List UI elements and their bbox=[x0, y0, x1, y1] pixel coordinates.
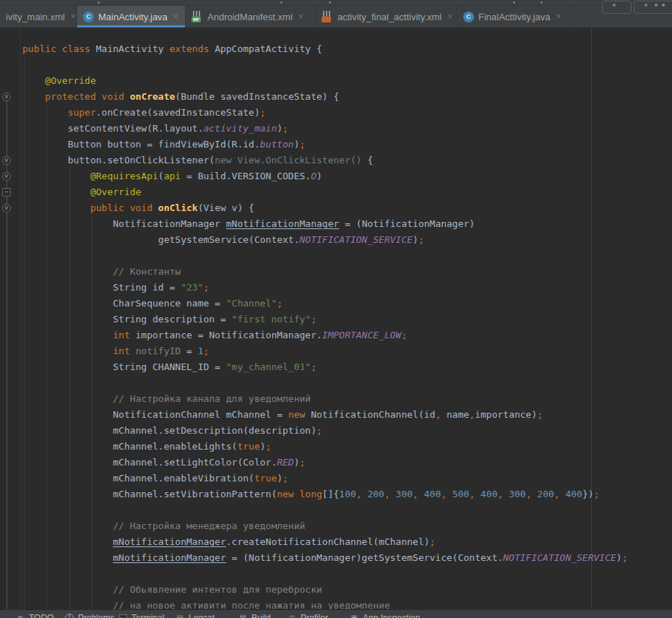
code-token: ) bbox=[294, 139, 300, 150]
toolbar-icon-dot bbox=[280, 1, 283, 4]
fold-arrow-icon[interactable]: ∨ bbox=[2, 204, 11, 213]
code-line[interactable]: mChannel.setDescription(description); bbox=[0, 423, 672, 439]
code-token: , bbox=[554, 489, 560, 499]
statusbar-item-build[interactable]: ⚒Build bbox=[238, 613, 271, 618]
code-line[interactable]: // Константы bbox=[0, 264, 672, 280]
close-icon[interactable]: × bbox=[71, 12, 76, 22]
statusbar-item-label: TODO bbox=[29, 613, 53, 618]
close-icon[interactable]: × bbox=[556, 12, 561, 22]
code-token bbox=[503, 489, 509, 499]
code-token: mNotificationManager bbox=[113, 552, 226, 563]
code-token: 500 bbox=[452, 489, 469, 499]
code-token: public bbox=[22, 43, 56, 54]
code-token: ; bbox=[594, 489, 600, 499]
android-manifest-icon: MF bbox=[191, 11, 203, 22]
code-line[interactable]: mNotificationManager.createNotificationC… bbox=[0, 534, 672, 550]
code-line[interactable]: mChannel.enableVibration(true); bbox=[0, 471, 672, 486]
code-line[interactable]: getSystemService(Context.NOTIFICATION_SE… bbox=[0, 232, 672, 248]
code-line[interactable]: super.onCreate(savedInstanceState); bbox=[0, 105, 672, 121]
code-line[interactable]: protected void onCreate(Bundle savedInst… bbox=[0, 89, 672, 105]
code-line[interactable]: mNotificationManager = (NotificationMana… bbox=[0, 550, 672, 566]
code-line[interactable]: String id = "23"; bbox=[0, 280, 672, 296]
code-token: ; bbox=[283, 123, 288, 134]
editor[interactable]: public class MainActivity extends AppCom… bbox=[0, 27, 672, 609]
close-icon[interactable]: × bbox=[298, 12, 303, 22]
code-line[interactable]: // Настройка менеджера уведомлений bbox=[0, 518, 672, 534]
android-studio-window: { "colors": { "editor_bg": "#2B2B2B", "b… bbox=[0, 0, 672, 618]
code-token: activity_main bbox=[203, 123, 277, 134]
code-line[interactable]: // Обьявление интентов для переброски bbox=[0, 582, 672, 598]
statusbar-item-logcat[interactable]: ▤Logcat bbox=[176, 613, 215, 618]
code-line[interactable]: // Настройка канала для уведомлений bbox=[0, 391, 672, 407]
code-token: ; bbox=[316, 425, 322, 436]
statusbar-item-label: App Inspection bbox=[363, 613, 420, 618]
run-widget[interactable] bbox=[602, 1, 632, 14]
code-token: ; bbox=[260, 107, 266, 118]
code-line[interactable]: @Override bbox=[0, 73, 672, 89]
code-line[interactable]: CharSequence name = "Channel"; bbox=[0, 296, 672, 312]
code-token: true bbox=[237, 441, 259, 452]
statusbar-item-app-inspection[interactable]: ▣App Inspection bbox=[350, 613, 420, 618]
code-token bbox=[124, 202, 130, 213]
code-line[interactable] bbox=[0, 375, 672, 391]
code-line[interactable]: // на новое активити после нажатия на ув… bbox=[0, 598, 672, 609]
widget-dot-icon bbox=[662, 4, 665, 7]
code-line[interactable]: setContentView(R.layout.activity_main); bbox=[0, 121, 672, 137]
statusbar-item-terminal[interactable]: >_Terminal bbox=[119, 613, 164, 618]
code-token: 100 bbox=[339, 489, 356, 499]
close-icon[interactable]: × bbox=[447, 12, 452, 22]
code-line[interactable]: public class MainActivity extends AppCom… bbox=[0, 41, 672, 57]
code-line[interactable] bbox=[0, 502, 672, 518]
code-token: long bbox=[300, 489, 322, 499]
tab-finalacttivity-java[interactable]: CFinalActtivity.java× bbox=[457, 6, 571, 27]
code-line[interactable]: int notifyID = 1; bbox=[0, 343, 672, 359]
fold-collapse-icon[interactable]: − bbox=[2, 188, 11, 197]
code-token bbox=[418, 489, 424, 499]
fold-arrow-icon[interactable]: ∨ bbox=[2, 172, 11, 181]
statusbar-item-problems[interactable]: !Problems bbox=[65, 613, 115, 618]
code-line[interactable]: @Override bbox=[0, 184, 672, 200]
close-icon[interactable]: × bbox=[173, 12, 178, 22]
code-token: NotificationChannel(id bbox=[305, 409, 435, 420]
code-line[interactable]: mChannel.setVibrationPattern(new long[]{… bbox=[0, 486, 672, 502]
code-line[interactable]: public void onClick(View v) { bbox=[0, 200, 672, 216]
code-line[interactable]: NotificationManager mNotificationManager… bbox=[0, 216, 672, 232]
toolbar-icon-dot bbox=[540, 1, 543, 4]
tab-ivity-main-xml[interactable]: ivity_main.xml× bbox=[0, 6, 77, 27]
tab-mainactivity-java[interactable]: CMainActivity.java× bbox=[77, 6, 186, 27]
code-area[interactable]: public class MainActivity extends AppCom… bbox=[0, 27, 672, 609]
code-line[interactable]: NotificationChannel mChannel = new Notif… bbox=[0, 407, 672, 423]
statusbar-item-todo[interactable]: ≡TODO bbox=[16, 613, 53, 618]
device-widget[interactable] bbox=[634, 1, 672, 14]
code-line[interactable]: mChannel.setLightColor(Color.RED); bbox=[0, 455, 672, 471]
code-token: public bbox=[90, 202, 124, 213]
code-line[interactable]: @RequiresApi(api = Build.VERSION_CODES.O… bbox=[0, 168, 672, 184]
code-token: importance) bbox=[475, 409, 537, 420]
code-token: ; bbox=[430, 536, 436, 547]
tab-label: FinalActtivity.java bbox=[478, 12, 550, 22]
code-line[interactable]: int importance = NotificationManager.IMP… bbox=[0, 327, 672, 343]
code-line[interactable]: mChannel.enableLights(true); bbox=[0, 439, 672, 455]
code-token: @RequiresApi bbox=[90, 171, 158, 181]
fold-arrow-icon[interactable]: ∨ bbox=[2, 93, 11, 101]
code-line[interactable]: String CHANNEL_ID = "my_channel_01"; bbox=[0, 359, 672, 375]
fold-arrow-icon[interactable]: ∨ bbox=[2, 156, 11, 165]
code-token: = (NotificationManager) bbox=[339, 218, 475, 229]
statusbar-item-label: Build bbox=[251, 613, 271, 618]
code-line[interactable]: String description = "first notify"; bbox=[0, 312, 672, 327]
tab-androidmanifest-xml[interactable]: MFAndroidManifest.xml× bbox=[186, 6, 316, 27]
code-line[interactable] bbox=[0, 566, 672, 582]
code-token: new bbox=[288, 409, 305, 420]
code-line[interactable] bbox=[0, 57, 672, 73]
code-token: , bbox=[413, 489, 418, 499]
run-status-icon bbox=[613, 4, 616, 7]
code-line[interactable]: button.setOnClickListener(new View.OnCli… bbox=[0, 153, 672, 168]
tab-activity-final-acttivity-xml[interactable]: activity_final_acttivity.xml× bbox=[316, 6, 457, 27]
java-class-icon: C bbox=[83, 12, 94, 22]
code-token: , bbox=[441, 489, 447, 499]
code-line[interactable]: Button button = findViewById(R.id.button… bbox=[0, 137, 672, 153]
code-token: true bbox=[254, 473, 277, 484]
statusbar-item-profiler[interactable]: ◷Profiler bbox=[288, 613, 328, 618]
code-token: ; bbox=[311, 361, 316, 372]
code-line[interactable] bbox=[0, 248, 672, 264]
